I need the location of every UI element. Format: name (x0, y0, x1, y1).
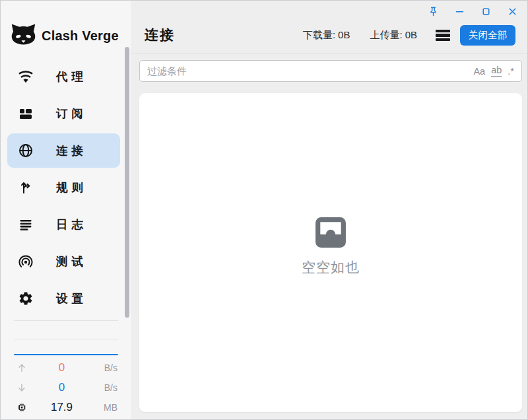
empty-state-text: 空空如也 (302, 258, 360, 277)
header-divider (131, 53, 527, 54)
download-speed-row: 0 B/s (1, 378, 131, 398)
sidebar-scrollbar[interactable] (125, 47, 129, 318)
sidebar-item-logs[interactable]: 日志 (7, 207, 120, 242)
use-regex-icon[interactable]: .* (508, 66, 514, 77)
match-whole-word-icon[interactable]: ab (491, 65, 502, 76)
traffic-stats: 0 B/s 0 B/s 17.9 MB (1, 358, 131, 417)
sidebar-item-label: 订阅 (56, 106, 87, 122)
cat-logo-icon (11, 23, 36, 48)
sidebar-item-rules[interactable]: 规则 (7, 170, 120, 205)
memory-usage-unit: MB (96, 402, 117, 413)
sidebar-item-label: 测试 (56, 254, 87, 269)
table-layout-icon[interactable] (436, 30, 450, 42)
traffic-graph-baseline (14, 354, 118, 355)
sidebar-nav: 代理 订阅 连接 规则 (7, 59, 120, 318)
logs-icon (18, 217, 34, 232)
settings-gear-icon (18, 291, 34, 306)
rules-icon (18, 180, 34, 195)
sidebar-item-proxies[interactable]: 代理 (7, 59, 120, 94)
sidebar: Clash Verge 代理 订阅 连接 (1, 1, 131, 419)
sidebar-item-label: 连接 (56, 143, 87, 158)
close-all-button[interactable]: 关闭全部 (460, 25, 515, 46)
sidebar-divider (14, 320, 118, 321)
app-logo: Clash Verge (11, 23, 119, 48)
connections-list-card: 空空如也 (139, 93, 522, 412)
profiles-icon (18, 106, 34, 122)
download-speed-unit: B/s (96, 382, 117, 393)
wifi-icon (18, 69, 34, 85)
filter-input[interactable] (147, 65, 473, 77)
window-controls (428, 6, 518, 17)
sidebar-item-label: 日志 (56, 217, 87, 232)
main-panel: 连接 下载量:0B 上传量:0B 关闭全部 Aa ab .* (131, 1, 527, 419)
maximize-window-icon[interactable] (480, 6, 492, 17)
pin-window-icon[interactable] (428, 6, 439, 17)
upload-total: 上传量:0B (370, 29, 417, 42)
app-title: Clash Verge (42, 28, 119, 44)
header-toolbar: 下载量:0B 上传量:0B 关闭全部 (303, 26, 515, 45)
minimize-window-icon[interactable] (454, 6, 465, 17)
upload-speed-value: 0 (27, 361, 96, 374)
memory-usage-row: 17.9 MB (1, 398, 131, 417)
sidebar-item-settings[interactable]: 设置 (7, 281, 120, 316)
arrow-down-icon (16, 382, 27, 393)
traffic-graph-top-edge (14, 339, 118, 339)
sidebar-item-label: 设置 (56, 291, 87, 306)
upload-speed-row: 0 B/s (1, 358, 131, 378)
empty-state: 空空如也 (302, 213, 360, 277)
arrow-up-icon (16, 363, 27, 373)
sidebar-item-label: 规则 (56, 180, 87, 195)
memory-chip-icon (16, 402, 27, 413)
upload-speed-unit: B/s (96, 363, 117, 373)
inbox-icon (312, 213, 350, 254)
download-total: 下载量:0B (303, 29, 350, 42)
sidebar-item-profiles[interactable]: 订阅 (7, 96, 120, 131)
download-speed-value: 0 (27, 381, 96, 394)
sidebar-item-connections[interactable]: 连接 (7, 133, 120, 168)
page-title: 连接 (145, 26, 175, 44)
sidebar-item-label: 代理 (56, 69, 87, 85)
match-case-icon[interactable]: Aa (473, 66, 485, 77)
close-window-icon[interactable] (507, 6, 518, 17)
app-window: Clash Verge 代理 订阅 连接 (0, 0, 528, 420)
filter-options: Aa ab .* (473, 65, 514, 76)
memory-usage-value: 17.9 (27, 401, 96, 414)
globe-icon (18, 143, 34, 158)
test-icon (18, 254, 34, 269)
sidebar-item-tests[interactable]: 测试 (7, 244, 120, 279)
filter-bar: Aa ab .* (139, 60, 522, 82)
